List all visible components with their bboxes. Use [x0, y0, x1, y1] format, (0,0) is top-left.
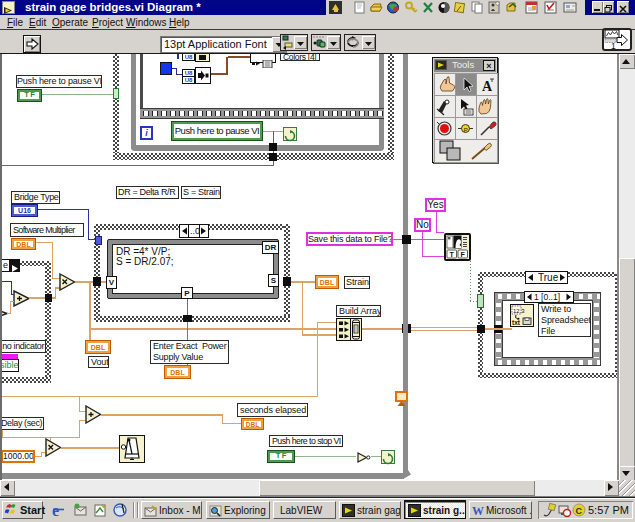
svg-text:..0: ..0: [190, 226, 200, 236]
svg-text:W: W: [472, 504, 484, 517]
svg-text:1: 1: [611, 41, 616, 50]
svg-text:txt: txt: [512, 319, 521, 326]
svg-text:True: True: [538, 272, 559, 283]
svg-text:T: T: [450, 251, 455, 258]
svg-text:F: F: [461, 251, 466, 258]
svg-text:A: A: [482, 79, 493, 94]
svg-text:e: e: [52, 502, 59, 519]
svg-text:1 [0..1]: 1 [0..1]: [534, 292, 560, 302]
svg-text:P: P: [464, 127, 468, 133]
svg-text:12.3: 12.3: [513, 308, 525, 314]
svg-text:C: C: [576, 506, 583, 516]
